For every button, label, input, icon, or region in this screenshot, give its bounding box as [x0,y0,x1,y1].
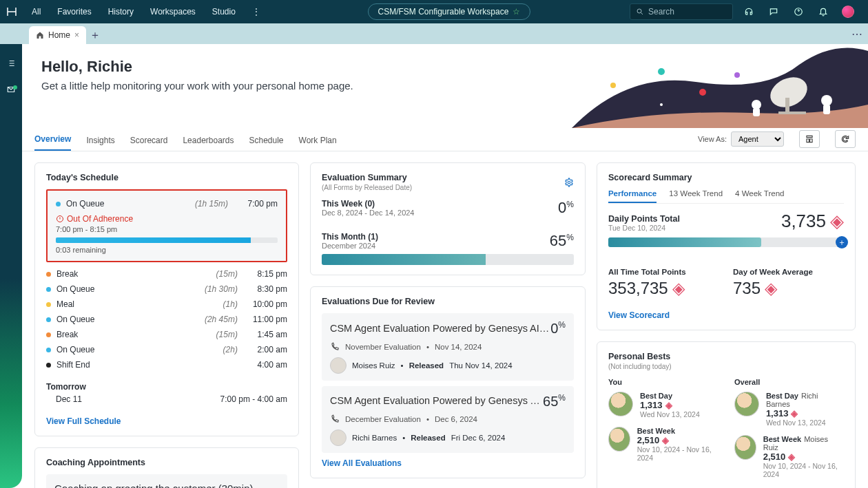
avatar [330,357,347,374]
view-full-schedule-link[interactable]: View Full Schedule [46,416,287,426]
evaluation-due-item[interactable]: CSM Agent Evaluation Powered by Genesys … [322,386,574,454]
tomorrow-label: Tomorrow [46,382,287,392]
svg-point-7 [715,63,718,66]
plus-badge[interactable]: ＋ [836,236,848,248]
tab-overview[interactable]: Overview [34,134,71,151]
tab-workplan[interactable]: Work Plan [299,136,337,151]
sctab-performance[interactable]: Performance [608,189,657,203]
schedule-row[interactable]: Meal (1h) 10:00 pm [46,297,287,312]
gem-icon: ◈ [765,279,777,298]
gem-icon: ◈ [788,452,795,462]
rail-inbox-icon[interactable] [4,83,18,96]
workspace-name: CSM/FSM Configurable Workspace [378,7,509,17]
pb-value: 2,510 [637,435,660,445]
nav-favorites[interactable]: Favorites [49,0,99,23]
chat-icon[interactable] [765,7,783,17]
workspace-pill[interactable]: CSM/FSM Configurable Workspace ☆ [368,3,531,20]
gem-icon: ◈ [665,400,672,410]
evalsum-month-pct: 65 [550,232,566,249]
pb-sub: (Not including today) [608,363,672,370]
viewas-select[interactable]: Agent [731,131,784,147]
pb-label: Best Day [766,392,798,400]
nav-more-icon[interactable]: ⋮ [244,0,269,23]
tab-home[interactable]: Home × [29,26,86,44]
tab-more-icon[interactable]: ⋯ [851,28,862,41]
evalsum-week-pct: 0 [558,199,566,216]
gem-icon: ◈ [662,435,669,445]
sctab-4week[interactable]: 4 Week Trend [735,189,784,203]
scorecard-title: Scorecard Summary [608,173,692,182]
content-scroll[interactable]: Hello, Richie Get a little help monitori… [22,44,868,488]
coaching-item[interactable]: Coaching on greeting the customer (30min… [46,474,287,488]
activity-duration: (2h) [223,345,238,354]
headset-icon[interactable] [740,7,758,17]
schedule-row[interactable]: Break (15m) 8:15 pm [46,266,287,282]
schedule-row[interactable]: On Queue (2h) 2:00 am [46,342,287,357]
global-search[interactable]: Search [630,3,733,20]
gear-icon[interactable] [564,178,574,187]
due-item-released: Released [411,434,446,442]
svg-point-0 [637,9,641,13]
activity-time: 1:45 am [249,330,287,339]
phone-icon [330,342,340,352]
schedule-row[interactable]: On Queue (1h 30m) 8:30 pm [46,282,287,297]
new-tab-button[interactable]: ＋ [86,26,104,44]
viewas-label: View As: [698,135,727,143]
tab-strip: Home × ＋ ⋯ [0,23,868,44]
activity-duration: (15m) [216,269,238,279]
due-item-reldate: Thu Nov 14, 2024 [449,361,512,370]
rail-list-icon[interactable] [4,56,18,70]
nav-studio[interactable]: Studio [204,0,244,23]
coaching-title: Coaching Appointments [46,458,145,467]
schedule-row[interactable]: Break (15m) 1:45 am [46,327,287,342]
todays-schedule-card: Today's Schedule On Queue (1h 15m) 7:00 … [34,162,299,436]
nav-workspaces[interactable]: Workspaces [142,0,204,23]
current-activity-time: 7:00 pm [239,199,278,209]
pb-label: Best Week [637,427,675,435]
pb-date: Nov 10, 2024 - Nov 16, 2024 [763,462,844,478]
home-icon [36,31,44,39]
gem-icon: ◈ [830,211,844,232]
schedule-row[interactable]: On Queue (2h 45m) 11:00 pm [46,312,287,327]
nav-history[interactable]: History [100,0,142,23]
svg-point-15 [568,181,570,184]
svg-point-12 [752,100,761,109]
evaluation-due-item[interactable]: CSM Agent Evaluation Powered by Genesys … [322,313,574,381]
tab-leaderboards[interactable]: Leaderboards [183,136,234,151]
tab-close-icon[interactable]: × [74,30,79,40]
evalsum-title: Evaluation Summary [322,173,407,182]
activity-label: Break [56,269,216,279]
evalsum-month-bar [322,254,574,265]
nav-all[interactable]: All [23,0,49,23]
activity-dot [46,287,51,292]
tab-scorecard[interactable]: Scorecard [130,136,168,151]
pb-value: 1,313 [640,400,663,410]
activity-time: 4:00 am [249,360,287,370]
app-logo[interactable] [0,6,23,18]
tab-insights[interactable]: Insights [86,136,114,151]
activity-label: On Queue [56,315,205,324]
view-scorecard-link[interactable]: View Scorecard [608,310,844,320]
view-all-evaluations-link[interactable]: View All Evaluations [322,458,574,468]
help-icon[interactable] [789,7,807,17]
svg-point-10 [821,95,832,106]
out-of-adherence-badge: Out Of Adherence [56,214,278,224]
ooa-range: 7:00 pm - 8:15 pm [56,225,278,233]
user-avatar[interactable] [839,6,857,18]
refresh-button[interactable] [835,130,856,148]
svg-point-2 [610,83,616,88]
avatar [734,435,756,460]
avg-label: Day of Week Average [733,268,844,276]
activity-label: Break [56,330,216,339]
svg-point-5 [734,72,740,78]
layout-button[interactable] [799,130,820,148]
activity-label: On Queue [56,284,205,294]
activity-duration: (15m) [216,330,238,339]
activity-label: On Queue [56,345,223,354]
sctab-13week[interactable]: 13 Week Trend [669,189,723,203]
tab-schedule[interactable]: Schedule [249,136,284,151]
gem-icon: ◈ [672,279,685,298]
star-icon[interactable]: ☆ [513,7,520,17]
schedule-row[interactable]: Shift End 4:00 am [46,357,287,372]
bell-icon[interactable] [814,7,832,17]
